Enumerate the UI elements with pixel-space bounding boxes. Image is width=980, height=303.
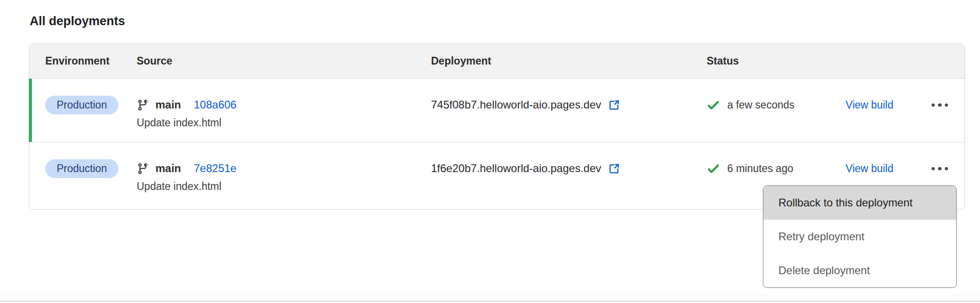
view-build-link[interactable]: View build	[839, 99, 893, 111]
menu-item-rollback[interactable]: Rollback to this deployment	[763, 186, 956, 220]
header-source: Source	[137, 55, 431, 67]
commit-message: Update index.html	[137, 180, 431, 193]
table-header-row: Environment Source Deployment Status	[29, 44, 964, 79]
page-bottom-divider	[0, 294, 980, 302]
branch-name: main	[155, 98, 181, 111]
table-row: Production main 108a606 Update index.htm…	[29, 79, 964, 142]
deployments-table: Environment Source Deployment Status Pro…	[29, 43, 965, 210]
ellipsis-dot	[932, 103, 935, 107]
branch-name: main	[155, 162, 181, 175]
ellipsis-dot	[945, 167, 948, 171]
deployment-url: 745f08b7.helloworld-aio.pages.dev	[431, 98, 601, 111]
status-check-icon	[707, 98, 720, 112]
environment-cell: Production	[45, 79, 137, 142]
ellipsis-dot	[945, 103, 948, 107]
deployment-cell: 745f08b7.helloworld-aio.pages.dev	[431, 79, 707, 142]
source-cell: main 7e8251e Update index.html	[137, 142, 431, 209]
commit-message: Update index.html	[137, 117, 431, 129]
deployment-url: 1f6e20b7.helloworld-aio.pages.dev	[431, 162, 601, 175]
deployment-cell: 1f6e20b7.helloworld-aio.pages.dev	[431, 142, 707, 209]
commit-link[interactable]: 108a606	[194, 98, 236, 111]
menu-item-delete[interactable]: Delete deployment	[763, 254, 956, 287]
environment-cell: Production	[45, 142, 137, 209]
environment-badge: Production	[45, 96, 118, 114]
header-environment: Environment	[45, 55, 137, 67]
status-check-icon	[707, 162, 720, 175]
environment-badge: Production	[45, 159, 118, 178]
view-build-link[interactable]: View build	[839, 162, 893, 175]
actions-cell	[917, 79, 951, 142]
ellipsis-dot	[938, 167, 942, 171]
external-link-icon[interactable]	[608, 99, 620, 111]
status-time: a few seconds	[727, 99, 794, 111]
status-cell: a few seconds	[707, 79, 839, 142]
deployment-context-menu: Rollback to this deployment Retry deploy…	[763, 185, 957, 288]
menu-item-retry[interactable]: Retry deployment	[763, 220, 956, 254]
view-build-cell: View build	[839, 79, 917, 142]
row-actions-button[interactable]	[929, 162, 951, 176]
git-branch-icon	[137, 99, 149, 111]
git-branch-icon	[137, 162, 149, 175]
current-deployment-indicator	[29, 79, 32, 142]
ellipsis-dot	[938, 103, 942, 107]
header-status: Status	[707, 55, 839, 67]
deployments-page: All deployments Environment Source Deplo…	[29, 14, 965, 210]
row-actions-button[interactable]	[929, 98, 951, 113]
source-cell: main 108a606 Update index.html	[137, 79, 431, 142]
page-title: All deployments	[30, 14, 965, 28]
external-link-icon[interactable]	[608, 162, 620, 175]
ellipsis-dot	[932, 167, 935, 171]
header-deployment: Deployment	[431, 55, 707, 67]
status-time: 6 minutes ago	[727, 162, 793, 175]
commit-link[interactable]: 7e8251e	[194, 162, 236, 175]
